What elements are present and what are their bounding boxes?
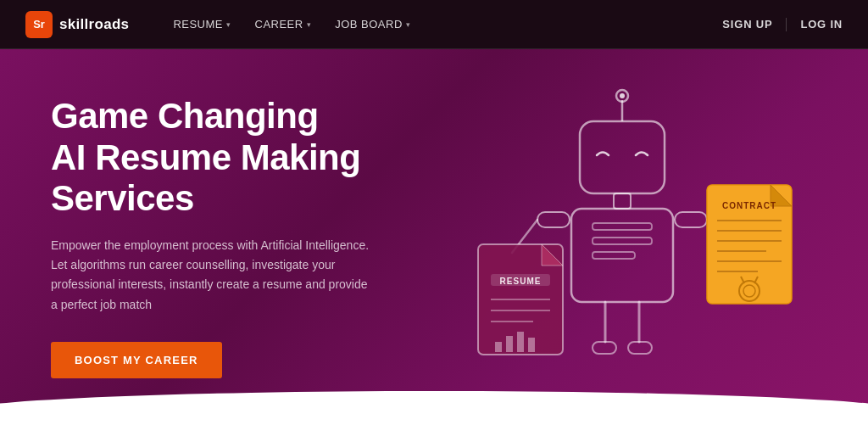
svg-rect-8 <box>593 252 635 259</box>
navbar: Sr skillroads RESUME ▾ CAREER ▾ JOB BOAR… <box>0 0 868 49</box>
brand-name: skillroads <box>59 16 129 33</box>
svg-rect-4 <box>614 193 631 209</box>
svg-rect-24 <box>495 342 502 352</box>
logo[interactable]: Sr skillroads <box>25 11 129 38</box>
svg-rect-27 <box>528 338 535 352</box>
login-link[interactable]: LOG IN <box>800 18 843 31</box>
svg-rect-15 <box>593 342 616 354</box>
nav-links: RESUME ▾ CAREER ▾ JOB BOARD ▾ <box>163 13 722 36</box>
hero-description: Empower the employment process with Arti… <box>51 236 373 314</box>
nav-item-resume[interactable]: RESUME ▾ <box>163 13 241 36</box>
svg-rect-3 <box>580 121 665 193</box>
nav-divider <box>786 18 787 31</box>
signup-link[interactable]: SIGN UP <box>722 18 772 31</box>
chevron-down-icon: ▾ <box>307 20 312 29</box>
chevron-down-icon: ▾ <box>226 20 231 29</box>
svg-rect-9 <box>537 212 570 227</box>
svg-rect-6 <box>593 223 652 230</box>
chevron-down-icon: ▾ <box>406 20 411 29</box>
hero-content: Game ChangingAI Resume MakingServices Em… <box>51 96 373 377</box>
svg-rect-11 <box>675 212 707 227</box>
svg-rect-25 <box>506 336 513 352</box>
svg-text:RESUME: RESUME <box>500 277 542 286</box>
nav-auth-area: SIGN UP LOG IN <box>722 18 843 31</box>
nav-item-career[interactable]: CAREER ▾ <box>245 13 322 36</box>
hero-title: Game ChangingAI Resume MakingServices <box>51 96 373 219</box>
svg-point-2 <box>620 93 625 98</box>
boost-career-button[interactable]: BOOST MY CAREER <box>51 342 222 378</box>
nav-item-jobboard[interactable]: JOB BOARD ▾ <box>325 13 420 36</box>
hero-section: Game ChangingAI Resume MakingServices Em… <box>0 49 868 425</box>
logo-icon: Sr <box>25 11 53 38</box>
svg-rect-7 <box>593 238 652 244</box>
svg-rect-16 <box>628 342 652 354</box>
hero-illustration: RESUME CONTRACT <box>427 75 817 414</box>
robot-svg: RESUME CONTRACT <box>427 75 817 414</box>
svg-rect-26 <box>517 332 524 352</box>
svg-text:CONTRACT: CONTRACT <box>722 201 776 210</box>
